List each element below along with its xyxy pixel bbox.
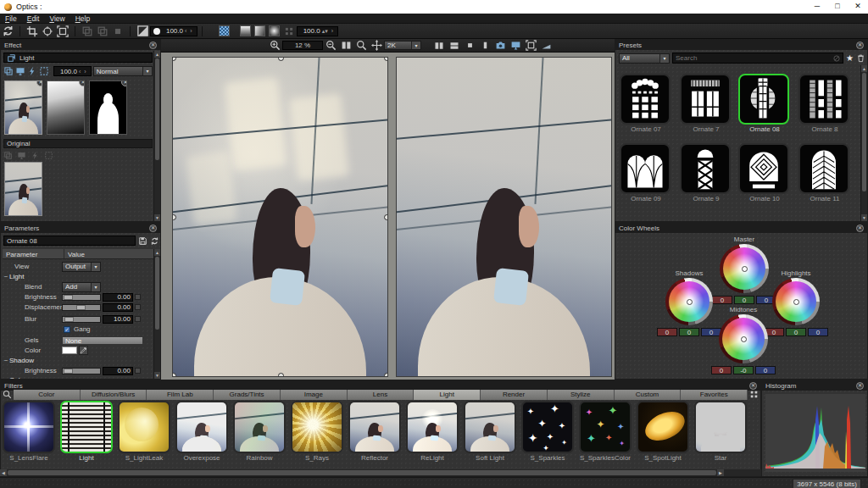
- maximize-button[interactable]: □: [827, 0, 848, 14]
- preset-item[interactable]: Ornate 09: [620, 143, 672, 202]
- split-view-button[interactable]: [338, 40, 353, 52]
- menu-edit[interactable]: Edit: [22, 14, 45, 23]
- layer-opacity-inc[interactable]: ›: [82, 69, 87, 75]
- opacity-value[interactable]: 100.0: [163, 27, 183, 35]
- gamma-ramp-button[interactable]: [538, 40, 554, 52]
- preset-item[interactable]: Ornate 9: [680, 143, 732, 202]
- shadow-brightness-slider[interactable]: [62, 368, 101, 374]
- brightness-value[interactable]: 0.00: [103, 293, 133, 302]
- clear-search-icon[interactable]: [832, 54, 841, 63]
- brightness-slider[interactable]: [62, 294, 101, 301]
- filters-panel-close-icon[interactable]: ✕: [749, 382, 757, 390]
- tab-favorites[interactable]: Favorites: [681, 390, 748, 400]
- displacement-value[interactable]: 0.00: [103, 303, 133, 312]
- shadows-green-value[interactable]: 0: [679, 328, 699, 336]
- parameters-panel-close-icon[interactable]: ✕: [149, 225, 157, 232]
- layer-opacity-spinner[interactable]: 100.0 ‹ ›: [53, 66, 92, 76]
- effect-panel-close-icon[interactable]: ✕: [149, 42, 157, 49]
- favorite-star-icon[interactable]: ★: [846, 53, 854, 63]
- shadow-brightness-value[interactable]: 0.00: [103, 367, 133, 375]
- scroll-right-icon[interactable]: ▶: [717, 469, 724, 476]
- color-wheels-close-icon[interactable]: ✕: [856, 225, 864, 232]
- remove-layer-icon[interactable]: ✕: [36, 80, 42, 86]
- layer-thumbnail-image[interactable]: ✕: [4, 80, 42, 135]
- blend-mode-dropdown[interactable]: Normal ▾: [93, 66, 153, 76]
- shadow-brightness-reset-button[interactable]: [135, 368, 141, 374]
- param-group-shadow[interactable]: − Shadow: [3, 356, 153, 365]
- layer-thumbnail-mask[interactable]: ✕: [89, 80, 127, 135]
- preset-name-field[interactable]: Ornate 08: [3, 236, 136, 246]
- flash-render-icon[interactable]: [27, 66, 37, 76]
- tab-light[interactable]: Light: [414, 390, 481, 400]
- scrollbar-thumb[interactable]: [155, 257, 159, 330]
- midtones-blue-value[interactable]: 0: [755, 366, 776, 374]
- refresh-button[interactable]: [0, 25, 15, 37]
- tab-grads-tints[interactable]: Grads/Tints: [214, 390, 281, 400]
- search-input[interactable]: [676, 54, 840, 62]
- filter-item[interactable]: S_LightLeak: [116, 401, 172, 462]
- zoom-level-field[interactable]: 12 %: [282, 41, 323, 50]
- scroll-up-icon[interactable]: ▲: [154, 51, 160, 58]
- blur-reset-button[interactable]: [135, 316, 141, 322]
- eyedropper-button[interactable]: [79, 346, 88, 355]
- preview-image-original[interactable]: [396, 57, 612, 377]
- shadows-wheel[interactable]: [669, 281, 709, 322]
- selection-region-icon[interactable]: [39, 66, 49, 76]
- texture-pattern-button[interactable]: [219, 25, 230, 36]
- gradient-radial-button[interactable]: [269, 25, 280, 36]
- presets-scrollbar[interactable]: ▲ ▼: [860, 65, 867, 221]
- tab-image[interactable]: Image: [281, 390, 348, 400]
- duplicate-layer-icon[interactable]: [3, 66, 14, 76]
- menu-help[interactable]: Help: [70, 14, 95, 23]
- layer-thumbnail-gradient[interactable]: ✕: [47, 80, 85, 135]
- slider-thumb[interactable]: [64, 369, 73, 374]
- transform-handle[interactable]: [384, 57, 388, 61]
- pan-tool-button[interactable]: [369, 40, 384, 52]
- filter-item[interactable]: Star: [693, 401, 748, 462]
- grain-step-arrows[interactable]: ▴▾: [320, 28, 330, 35]
- menu-view[interactable]: View: [44, 14, 70, 23]
- tab-color[interactable]: Color: [14, 390, 81, 400]
- preset-item[interactable]: Ornate 7: [680, 74, 732, 133]
- preset-item-selected[interactable]: Ornate 08: [738, 74, 791, 133]
- grain-amount-spinner[interactable]: 100.0 ▴▾ ›: [297, 26, 338, 36]
- tab-custom[interactable]: Custom: [615, 390, 682, 400]
- original-section-bar[interactable]: Original: [3, 139, 153, 148]
- transform-handle[interactable]: [278, 57, 284, 61]
- filter-search-icon[interactable]: [3, 390, 12, 401]
- preview-image-effect[interactable]: [172, 57, 388, 377]
- master-wheel[interactable]: [723, 247, 765, 290]
- blur-slider[interactable]: [62, 316, 101, 323]
- reset-preset-button[interactable]: [150, 236, 159, 247]
- scroll-down-icon[interactable]: ▼: [154, 372, 160, 379]
- gels-field[interactable]: None: [62, 336, 143, 345]
- parameters-scrollbar[interactable]: ▲ ▼: [153, 249, 160, 379]
- display-layer-icon[interactable]: [15, 66, 25, 76]
- transform-button[interactable]: [55, 25, 70, 37]
- grid-view-icon[interactable]: [749, 390, 759, 401]
- global-opacity-spinner[interactable]: 100.0 ‹ ›: [150, 26, 198, 36]
- filter-item[interactable]: Rainbow: [231, 401, 287, 462]
- collapse-icon[interactable]: −: [3, 273, 9, 280]
- tab-render[interactable]: Render: [481, 390, 548, 400]
- transform-handle[interactable]: [278, 373, 284, 377]
- preset-item[interactable]: Ornate 8: [798, 74, 851, 133]
- tab-diffusion-blurs[interactable]: Diffusion/Blurs: [81, 390, 147, 400]
- preset-item[interactable]: Ornate 10: [738, 143, 791, 202]
- scroll-up-icon[interactable]: ▲: [154, 249, 160, 256]
- scroll-down-icon[interactable]: ▼: [861, 214, 867, 221]
- scrollbar-thumb[interactable]: [8, 470, 716, 475]
- displacement-reset-button[interactable]: [135, 304, 141, 310]
- blur-value[interactable]: 10.00: [103, 315, 133, 324]
- scroll-left-icon[interactable]: ◀: [0, 469, 7, 476]
- transform-handle[interactable]: [384, 214, 388, 220]
- scroll-up-icon[interactable]: ▲: [861, 65, 867, 72]
- slider-thumb[interactable]: [64, 295, 73, 300]
- crop-button[interactable]: [25, 25, 40, 37]
- view-dropdown[interactable]: Output▾: [62, 262, 101, 272]
- tab-lens[interactable]: Lens: [348, 390, 415, 400]
- highlights-wheel[interactable]: [776, 281, 816, 322]
- opacity-increment[interactable]: ›: [188, 28, 193, 34]
- filter-item[interactable]: Soft Light: [462, 401, 518, 462]
- color-swatch[interactable]: [62, 347, 77, 354]
